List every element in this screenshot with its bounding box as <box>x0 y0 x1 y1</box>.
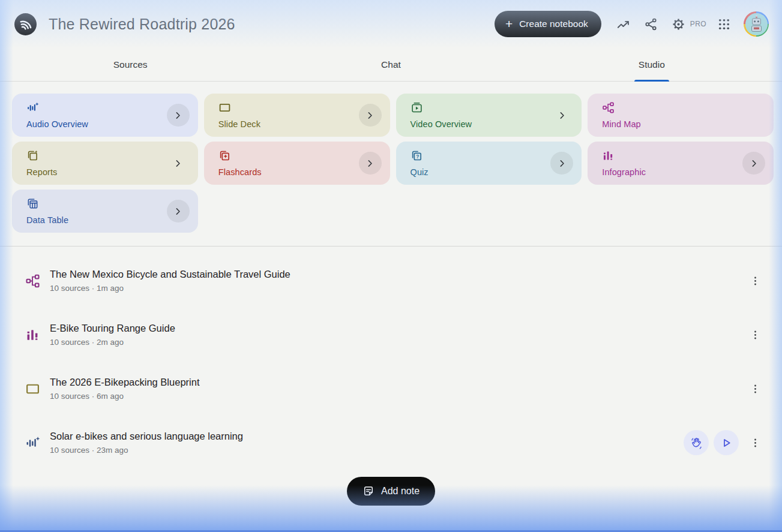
audio-waveform-sparkle-icon <box>24 435 41 450</box>
more-options-button[interactable] <box>744 431 766 454</box>
chevron-right-icon[interactable] <box>550 152 573 175</box>
studio-card-slide-deck[interactable]: Slide Deck <box>204 94 390 137</box>
studio-card-infographic[interactable]: Infographic <box>588 142 774 185</box>
more-vertical-icon <box>750 437 761 449</box>
active-tab-underline <box>634 80 669 82</box>
slide-deck-icon <box>24 381 41 396</box>
studio-card-data-table[interactable]: Data Table <box>12 190 198 233</box>
reports-icon <box>26 149 188 162</box>
notebook-title[interactable]: The Rewired Roadtrip 2026 <box>49 16 235 33</box>
avatar[interactable] <box>744 11 769 37</box>
studio-card-audio-overview[interactable]: Audio Overview <box>12 94 198 137</box>
more-vertical-icon <box>750 383 761 395</box>
artifact-text: The 2026 E-Bikepacking Blueprint10 sourc… <box>50 377 744 401</box>
tab-label: Studio <box>639 59 665 70</box>
mind-map-icon <box>24 273 41 288</box>
artifact-row[interactable]: Solar e-bikes and serious language learn… <box>0 416 782 470</box>
artifact-title: The 2026 E-Bikepacking Blueprint <box>50 377 744 388</box>
header-actions: + Create notebook PRO <box>495 10 769 38</box>
chevron-right-icon[interactable] <box>167 104 190 127</box>
studio-tools-panel: Audio OverviewSlide DeckVideo OverviewMi… <box>0 82 782 246</box>
quiz-icon: ? <box>411 149 573 162</box>
tab-studio[interactable]: Studio <box>522 48 782 81</box>
svg-text:?: ? <box>416 154 419 160</box>
chevron-right-icon[interactable] <box>167 200 190 223</box>
more-options-button[interactable] <box>744 269 766 292</box>
artifact-meta: 10 sources · 23m ago <box>50 446 684 455</box>
chevron-right-icon[interactable] <box>550 104 573 127</box>
studio-card-label: Quiz <box>411 167 429 177</box>
artifact-title: E-Bike Touring Range Guide <box>50 323 744 334</box>
artifact-title: Solar e-bikes and serious language learn… <box>50 431 684 442</box>
settings-gear-icon[interactable] <box>665 10 693 38</box>
studio-card-label: Slide Deck <box>218 119 260 129</box>
video-overview-icon <box>411 101 573 114</box>
add-note-button[interactable]: Add note <box>347 477 435 506</box>
studio-card-label: Mind Map <box>602 119 640 129</box>
tab-label: Chat <box>381 59 401 70</box>
studio-card-label: Flashcards <box>218 167 262 177</box>
tab-label: Sources <box>113 59 148 70</box>
studio-card-flashcards[interactable]: Flashcards <box>204 142 390 185</box>
create-notebook-button[interactable]: + Create notebook <box>495 11 601 37</box>
artifact-title: The New Mexico Bicycle and Sustainable T… <box>50 269 744 280</box>
chevron-right-icon[interactable] <box>167 152 190 175</box>
studio-card-mind-map[interactable]: Mind Map <box>588 94 774 137</box>
data-table-icon <box>26 197 188 210</box>
mind-map-icon <box>602 101 764 114</box>
pro-badge: PRO <box>690 20 706 28</box>
play-audio-button[interactable] <box>714 430 739 455</box>
artifact-actions <box>684 430 766 455</box>
plus-icon: + <box>505 17 513 30</box>
artifact-text: The New Mexico Bicycle and Sustainable T… <box>50 269 744 293</box>
more-vertical-icon <box>750 275 761 287</box>
studio-card-label: Infographic <box>602 167 646 177</box>
robot-avatar-image <box>745 13 768 35</box>
chevron-right-icon[interactable] <box>359 152 382 175</box>
studio-card-video-overview[interactable]: Video Overview <box>396 94 582 137</box>
studio-card-reports[interactable]: Reports <box>12 142 198 185</box>
hand-wave-icon <box>690 437 703 449</box>
footer-cta: Add note <box>0 477 782 506</box>
studio-card-label: Reports <box>26 167 57 177</box>
artifact-actions <box>744 269 766 292</box>
artifact-text: E-Bike Touring Range Guide10 sources · 2… <box>50 323 744 347</box>
studio-card-label: Data Table <box>26 215 68 225</box>
note-icon <box>362 485 374 497</box>
artifact-row[interactable]: E-Bike Touring Range Guide10 sources · 2… <box>0 308 782 362</box>
tab-bar: SourcesChatStudio <box>0 48 782 82</box>
studio-card-label: Video Overview <box>411 119 472 129</box>
notebooklm-logo-icon[interactable] <box>14 13 37 35</box>
slide-deck-icon <box>218 101 380 114</box>
app-header: The Rewired Roadtrip 2026 + Create noteb… <box>0 0 782 48</box>
tab-chat[interactable]: Chat <box>260 48 521 81</box>
artifact-row[interactable]: The 2026 E-Bikepacking Blueprint10 sourc… <box>0 362 782 416</box>
share-icon[interactable] <box>637 10 665 38</box>
infographic-bars-icon <box>602 149 764 162</box>
artifact-meta: 10 sources · 1m ago <box>50 284 744 293</box>
flashcards-icon <box>218 149 380 162</box>
chevron-right-icon[interactable] <box>742 152 765 175</box>
chevron-right-icon[interactable] <box>359 104 382 127</box>
notebooklm-app: The Rewired Roadtrip 2026 + Create noteb… <box>0 0 782 532</box>
interactive-mode-button[interactable] <box>684 430 709 455</box>
artifact-meta: 10 sources · 6m ago <box>50 392 744 401</box>
more-options-button[interactable] <box>744 323 766 346</box>
create-notebook-label: Create notebook <box>519 19 588 29</box>
apps-grid-icon[interactable] <box>710 10 738 38</box>
artifact-row[interactable]: The New Mexico Bicycle and Sustainable T… <box>0 254 782 308</box>
add-note-label: Add note <box>381 486 420 497</box>
studio-card-label: Audio Overview <box>26 119 88 129</box>
header-left: The Rewired Roadtrip 2026 <box>14 13 235 35</box>
studio-card-quiz[interactable]: ?Quiz <box>396 142 582 185</box>
artifact-list: The New Mexico Bicycle and Sustainable T… <box>0 247 782 470</box>
more-options-button[interactable] <box>744 377 766 400</box>
play-icon <box>720 437 733 449</box>
analytics-icon[interactable] <box>610 10 637 38</box>
artifact-actions <box>744 323 766 346</box>
tab-sources[interactable]: Sources <box>0 48 260 81</box>
artifact-meta: 10 sources · 2m ago <box>50 338 744 347</box>
artifact-text: Solar e-bikes and serious language learn… <box>50 431 684 455</box>
more-vertical-icon <box>750 329 761 341</box>
artifact-actions <box>744 377 766 400</box>
